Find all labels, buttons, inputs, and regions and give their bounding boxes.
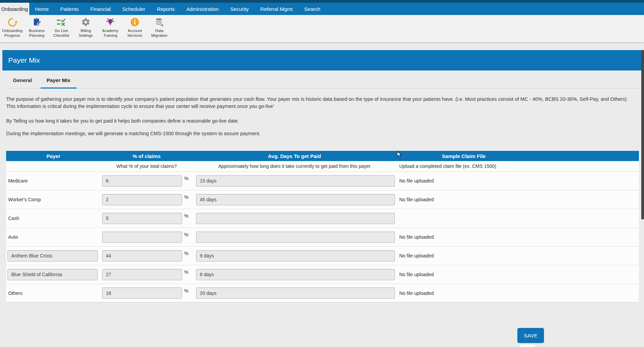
percent-sign: %	[184, 213, 188, 219]
toolbar: Onboarding Progress Business Planning	[0, 15, 644, 43]
table-row-auto: Auto % No file uploaded	[6, 227, 639, 246]
toolbar-button-go-live-checklist[interactable]: Go Live Checklist	[50, 17, 73, 38]
file-upload-status: No file uploaded	[397, 234, 434, 240]
table-header-row: Payer % of claims Avg. Days To get Paid …	[6, 151, 639, 161]
avg-days-input[interactable]	[196, 232, 395, 243]
toolbar-button-data-migration[interactable]: Data Migration	[148, 17, 171, 38]
claims-pct-input[interactable]	[102, 213, 182, 224]
toolbar-label: Academy Training	[99, 28, 122, 38]
description-text: The purpose of gathering your payer mix …	[6, 96, 632, 137]
nav-item-reports[interactable]: Reports	[151, 3, 181, 15]
claims-pct-input[interactable]	[102, 287, 182, 299]
percent-sign: %	[184, 269, 188, 275]
claims-pct-input[interactable]	[102, 232, 182, 243]
nav-item-security[interactable]: Security	[224, 3, 254, 15]
avg-days-input[interactable]	[196, 269, 395, 280]
payer-name-input[interactable]	[7, 269, 98, 280]
gear-icon	[81, 17, 91, 27]
subheader-sample-claim: Upload a completed claim file (ex. CMS 1…	[397, 163, 531, 169]
tab-bar: General Payer Mix	[6, 73, 639, 89]
file-upload-status: No file uploaded	[397, 178, 434, 184]
avg-days-input[interactable]	[196, 175, 395, 187]
nav-item-home[interactable]: Home	[29, 3, 54, 15]
toolbar-label: Go Live Checklist	[50, 28, 73, 38]
payer-name-label: Worker's Comp	[6, 197, 41, 202]
nav-top-strip	[0, 0, 644, 3]
percent-sign: %	[184, 232, 188, 237]
subheader-avg-days: Approximately how long does it take curr…	[192, 163, 397, 169]
table-row-medicare: Medicare % No file uploaded	[6, 171, 639, 190]
nav-item-patients[interactable]: Patients	[54, 3, 84, 15]
column-header-claims: % of claims	[101, 153, 192, 159]
toolbar-label: Billing Settings	[74, 28, 97, 38]
clipboard-pencil-icon	[32, 17, 42, 27]
toolbar-label: Account Services	[123, 28, 146, 38]
toolbar-label: Business Planning	[25, 28, 48, 38]
save-button[interactable]: SAVE	[517, 328, 544, 343]
refresh-circle-icon	[7, 17, 17, 27]
page-title: Payer Mix	[2, 50, 641, 70]
column-header-payer: Payer	[6, 153, 101, 159]
column-header-avg-days: Avg. Days To get Paid	[192, 153, 397, 159]
toolbar-button-account-services[interactable]: Account Services	[123, 17, 146, 38]
toolbar-button-onboarding-progress[interactable]: Onboarding Progress	[1, 17, 24, 38]
payer-name-input[interactable]	[7, 250, 98, 262]
avg-days-input[interactable]	[196, 194, 395, 205]
file-upload-status: No file uploaded	[397, 290, 434, 296]
percent-sign: %	[184, 194, 188, 200]
table-subheader-row: What % of your total claims? Approximate…	[6, 161, 639, 171]
percent-sign: %	[184, 251, 188, 256]
claims-pct-input[interactable]	[102, 269, 182, 280]
nav-item-scheduler[interactable]: Scheduler	[116, 3, 151, 15]
payer-name-label: Cash	[6, 216, 19, 221]
claims-pct-input[interactable]	[102, 250, 182, 262]
table-row-workers-comp: Worker's Comp % No file uploaded	[6, 190, 639, 209]
toolbar-label: Data Migration	[148, 28, 171, 38]
info-circle-icon	[130, 17, 140, 27]
nav-item-financial[interactable]: Financial	[84, 3, 116, 15]
lightbulb-icon	[106, 17, 115, 27]
database-arrow-icon	[155, 17, 164, 27]
top-navigation: Onboarding Home Patients Financial Sched…	[0, 0, 644, 15]
subheader-claims: What % of your total claims?	[101, 163, 192, 169]
nav-item-referral-mgmt[interactable]: Referral Mgmt	[255, 3, 299, 15]
percent-sign: %	[184, 176, 188, 181]
toolbar-label: Onboarding Progress	[1, 28, 24, 38]
column-header-sample-claim: Sample Claim File	[397, 153, 531, 159]
checklist-icon	[57, 17, 66, 27]
table-row-cash: Cash %	[6, 209, 639, 227]
file-upload-status: No file uploaded	[397, 253, 434, 258]
page-title-banner: Payer Mix	[2, 50, 641, 70]
toolbar-button-business-planning[interactable]: Business Planning	[25, 17, 48, 38]
nav-item-search[interactable]: Search	[299, 3, 326, 15]
vertical-scrollbar[interactable]	[641, 50, 644, 219]
file-upload-status	[397, 216, 399, 221]
avg-days-input[interactable]	[196, 213, 395, 224]
file-upload-status: No file uploaded	[397, 272, 434, 277]
claims-pct-input[interactable]	[102, 175, 182, 187]
payer-mix-table: Payer % of claims Avg. Days To get Paid …	[6, 151, 639, 302]
description-paragraph-2: By Telling us how long it takes for you …	[6, 117, 632, 125]
payer-name-label: Medicare	[6, 178, 28, 184]
toolbar-button-billing-settings[interactable]: Billing Settings	[74, 17, 97, 38]
payer-name-label: Others	[6, 290, 22, 296]
description-paragraph-3: During the implementation meetings, we w…	[6, 130, 632, 137]
table-row-blue-shield: % No file uploaded	[6, 265, 639, 284]
payer-name-label: Auto	[6, 234, 18, 240]
avg-days-input[interactable]	[196, 287, 395, 299]
cut-off-element	[520, 345, 535, 347]
table-row-anthem-blue-cross: % No file uploaded	[6, 246, 639, 265]
table-row-others: Others % No file uploaded	[6, 284, 639, 302]
avg-days-input[interactable]	[196, 250, 395, 262]
toolbar-button-academy-training[interactable]: Academy Training	[99, 17, 122, 38]
percent-sign: %	[184, 288, 188, 294]
tab-general[interactable]: General	[7, 73, 38, 89]
claims-pct-input[interactable]	[102, 194, 182, 205]
nav-tab-onboarding[interactable]: Onboarding	[0, 3, 29, 15]
tab-payer-mix[interactable]: Payer Mix	[41, 73, 77, 89]
file-upload-status: No file uploaded	[397, 197, 434, 202]
nav-item-administration[interactable]: Administration	[180, 3, 224, 15]
description-paragraph-1: The purpose of gathering your payer mix …	[6, 96, 632, 110]
